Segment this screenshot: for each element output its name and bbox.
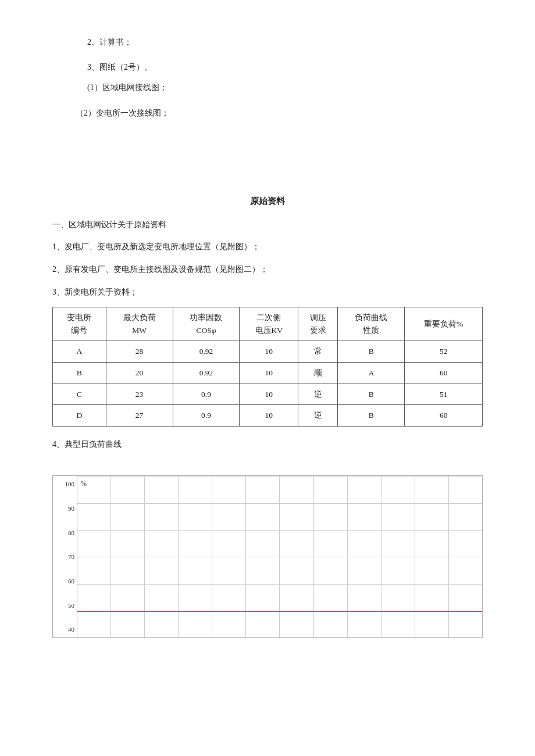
section-title: 原始资料 — [52, 196, 483, 207]
paragraph-1: 一、区域电网设计关于原始资料 — [52, 217, 483, 233]
y-axis-label: 50 — [53, 602, 74, 609]
chart-title: 4、典型日负荷曲线 — [52, 437, 483, 453]
col-header-4: 调压 要求 — [298, 307, 338, 341]
paragraph-3: 2、原有发电厂、变电所主接线图及设备规范（见附图二）； — [52, 262, 483, 278]
y-axis-label: 40 — [53, 626, 74, 633]
chart-col — [246, 476, 280, 637]
table-cell: 60 — [405, 405, 483, 427]
chart-section: 4、典型日负荷曲线 100908070605040 % — [52, 437, 483, 639]
chart-y-axis: 100908070605040 — [53, 476, 77, 637]
table-row: D270.910逆B60 — [53, 405, 483, 427]
chart-col — [280, 476, 313, 637]
table-row: C230.910逆B51 — [53, 384, 483, 405]
table-cell: 逆 — [298, 405, 338, 427]
table-cell: B — [53, 362, 106, 384]
y-axis-label: 90 — [53, 505, 74, 512]
table-row: A280.9210常B52 — [53, 341, 483, 363]
table-cell: 0.92 — [173, 341, 240, 363]
table-cell: B — [338, 341, 405, 363]
paragraph-4: 3、新变电所关于资料； — [52, 285, 483, 300]
chart-col — [111, 476, 145, 637]
table-cell: 10 — [240, 384, 298, 405]
chart-col — [77, 476, 111, 637]
table-cell: A — [53, 341, 106, 363]
page: 2、计算书； 3、图纸（2号）。 (1）区域电网接线图； （2）变电所一次接线图… — [0, 0, 535, 756]
intro-line1: 2、计算书； — [87, 35, 483, 49]
chart-col-lines — [77, 476, 482, 637]
table-cell: 27 — [106, 405, 173, 427]
table-cell: 常 — [298, 341, 338, 363]
table-cell: A — [338, 362, 405, 384]
chart-col — [348, 476, 381, 637]
table-cell: 51 — [405, 384, 483, 405]
table-cell: 10 — [240, 341, 298, 363]
table-cell: 0.92 — [173, 362, 240, 384]
table-cell: B — [338, 405, 405, 427]
intro-line3: (1）区域电网接线图； — [87, 80, 483, 95]
table-cell: 顺 — [298, 362, 338, 384]
table-row: B200.9210顺A60 — [53, 362, 483, 384]
table-cell: C — [53, 384, 106, 405]
y-axis-label: 80 — [53, 529, 74, 536]
substation-table: 变电所 编号 最大负荷 MW 功率因数 COSφ 二次侧 电压KV 调压 要 — [52, 307, 483, 427]
chart-col — [449, 476, 482, 637]
chart-col — [145, 476, 179, 637]
table-cell: 28 — [106, 341, 173, 363]
chart-container: 100908070605040 % — [52, 475, 483, 638]
table-cell: D — [53, 405, 106, 427]
table-cell: 逆 — [298, 384, 338, 405]
col-header-2: 功率因数 COSφ — [173, 307, 240, 341]
col-header-3: 二次侧 电压KV — [240, 307, 298, 341]
col-header-1: 最大负荷 MW — [106, 307, 173, 341]
chart-col — [314, 476, 348, 637]
y-axis-label: 60 — [53, 578, 74, 585]
table-cell: 23 — [106, 384, 173, 405]
table-cell: 10 — [240, 405, 298, 427]
chart-grid-area: % — [77, 476, 482, 637]
table-cell: 0.9 — [173, 384, 240, 405]
chart-col — [212, 476, 246, 637]
intro-line4: （2）变电所一次接线图； — [76, 106, 483, 120]
table-cell: 0.9 — [173, 405, 240, 427]
table-cell: 20 — [106, 362, 173, 384]
table-cell: B — [338, 384, 405, 405]
y-axis-label: 100 — [53, 481, 74, 488]
y-axis-label: 70 — [53, 553, 74, 560]
chart-col — [381, 476, 415, 637]
col-header-6: 重要负荷% — [405, 307, 483, 341]
pink-line — [77, 611, 482, 612]
col-header-5: 负荷曲线 性质 — [338, 307, 405, 341]
chart-col — [179, 476, 212, 637]
table-cell: 10 — [240, 362, 298, 384]
intro-line2: 3、图纸（2号）。 — [87, 60, 483, 74]
paragraph-2: 1、发电厂、变电所及新选定变电所地理位置（见附图）； — [52, 239, 483, 255]
col-header-0: 变电所 编号 — [53, 307, 106, 341]
table-cell: 52 — [405, 341, 483, 363]
table-cell: 60 — [405, 362, 483, 384]
chart-col — [415, 476, 449, 637]
